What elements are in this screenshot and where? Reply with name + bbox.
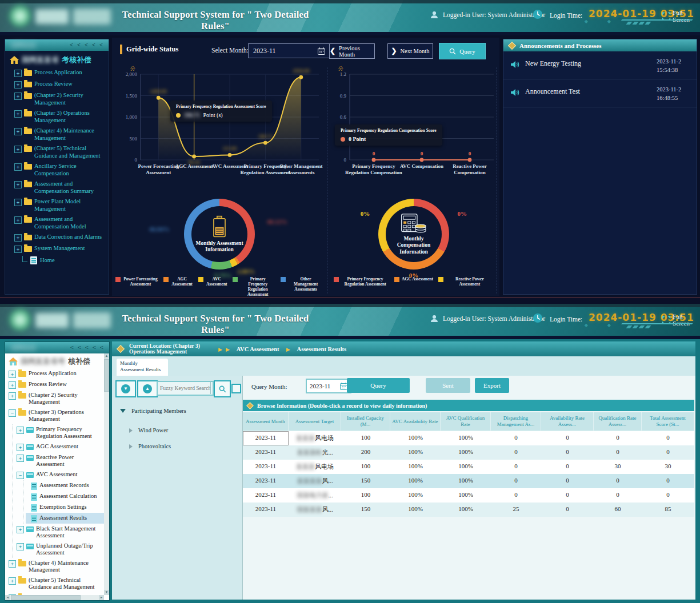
table-header-cell[interactable]: Qualification Rate Assess... bbox=[594, 412, 642, 431]
table-header-cell[interactable]: Installed Capacity (M... bbox=[341, 412, 390, 431]
next-month-button[interactable]: ❯ Next Month bbox=[387, 43, 433, 59]
sidebar-item[interactable]: +Black Start Management Assessment bbox=[15, 524, 104, 541]
table-header-cell[interactable]: AVC Availability Rate bbox=[390, 412, 441, 431]
expand-icon[interactable]: + bbox=[14, 81, 22, 89]
expand-icon[interactable]: + bbox=[14, 216, 22, 224]
expand-icon[interactable]: + bbox=[9, 577, 16, 585]
members-root-node[interactable]: Participating Members bbox=[120, 408, 186, 414]
expand-icon[interactable]: + bbox=[14, 146, 22, 153]
tab-monthly-assessment-results[interactable]: Monthly Assessment Results bbox=[117, 359, 168, 376]
sent-button[interactable]: Sent bbox=[426, 378, 470, 393]
collapse-icon[interactable]: − bbox=[9, 409, 16, 417]
sidebar-item[interactable]: +Assessment and Compensation Model bbox=[5, 214, 109, 232]
table-row[interactable]: 2023-11国某某某风...150100%100%2506085 bbox=[243, 502, 694, 517]
table-header-cell[interactable]: Availability Rate Assess... bbox=[541, 412, 594, 431]
expand-icon[interactable]: + bbox=[9, 560, 16, 568]
members-node-pv[interactable]: Photovoltaics bbox=[129, 443, 171, 449]
legend-item[interactable]: AGC Assessment bbox=[163, 276, 193, 287]
legend-item[interactable]: Primary Frequency Regulation Assessment bbox=[334, 276, 389, 287]
table-header-cell[interactable]: AVC Qualification Rate bbox=[441, 412, 491, 431]
sidebar-item[interactable]: +(Chapter 2) Security Management bbox=[5, 90, 109, 108]
sidebar-item[interactable]: Assessment Results bbox=[26, 513, 104, 524]
expand-icon[interactable]: + bbox=[14, 70, 22, 77]
sidebar-item[interactable]: Assessment Records bbox=[26, 480, 104, 491]
fuzzy-search-input[interactable] bbox=[157, 381, 214, 396]
sidebar-item[interactable]: +Unplanned Outage/Trip Assessment bbox=[15, 541, 104, 558]
vertical-scrollbar[interactable]: ▲ ▼ bbox=[104, 353, 109, 595]
query-button[interactable]: Query bbox=[439, 43, 486, 59]
expand-icon[interactable]: + bbox=[14, 163, 22, 171]
query-month-picker[interactable]: 2023-11 bbox=[306, 379, 351, 393]
sidebar-item[interactable]: Exemption Settings bbox=[26, 502, 104, 513]
expand-icon[interactable]: + bbox=[9, 392, 16, 400]
expand-icon[interactable]: + bbox=[14, 93, 22, 100]
sidebar-root-node[interactable]: 国网某某省 考核补偿 bbox=[5, 51, 109, 67]
sidebar-item[interactable]: +Data Correction and Alarms bbox=[5, 232, 109, 243]
triangle-right-icon[interactable] bbox=[129, 428, 133, 433]
query-button[interactable]: Query bbox=[347, 378, 410, 393]
sidebar-item-home[interactable]: Home bbox=[5, 255, 109, 266]
sidebar-item[interactable]: +AGC Assessment bbox=[15, 441, 104, 452]
sidebar-item[interactable]: +(Chapter 5) Technical Guidance and Mana… bbox=[5, 575, 104, 592]
expand-icon[interactable]: + bbox=[14, 110, 22, 118]
members-node-wind[interactable]: Wind Power bbox=[129, 427, 168, 433]
announcement-item[interactable]: Announcement Test 2023-11-2 16:48:55 bbox=[503, 79, 697, 107]
table-row[interactable]: 2023-11国某电力某...100100%100%0000 bbox=[243, 488, 694, 502]
table-header-cell[interactable]: Assessment Target bbox=[289, 412, 341, 431]
expand-icon[interactable]: + bbox=[9, 381, 16, 389]
legend-item[interactable]: Reactive Power Assessment bbox=[438, 276, 494, 287]
sidebar-item[interactable]: +Reactive Power Assessment bbox=[15, 452, 104, 469]
announcement-item[interactable]: New Energy Testing 2023-11-2 15:54:38 bbox=[503, 51, 697, 79]
table-row[interactable]: 2023-11某某某风电场100100%100%003030 bbox=[243, 460, 694, 474]
collapse-chevrons-icon[interactable]: < < < < < bbox=[70, 344, 105, 351]
expand-icon[interactable]: + bbox=[17, 455, 24, 462]
sidebar-item[interactable]: +Primary Frequency Regulation Assessment bbox=[15, 424, 104, 441]
expand-icon[interactable]: + bbox=[17, 543, 24, 550]
sidebar-root-node[interactable]: 国网某某省考 核补偿 bbox=[5, 353, 104, 368]
sidebar-item[interactable]: +Assessment and Compensation Summary bbox=[5, 179, 109, 196]
legend-item[interactable]: Power Forecasting Assessment bbox=[115, 276, 158, 287]
expand-icon[interactable]: + bbox=[14, 199, 22, 206]
sidebar-item[interactable]: +(Chapter 4) Maintenance Management bbox=[5, 558, 104, 575]
breadcrumb-item[interactable]: AVC Assessment bbox=[237, 346, 279, 352]
sidebar-item[interactable]: +Process Application bbox=[5, 67, 109, 79]
table-header-cell[interactable]: Dispatching Management As... bbox=[491, 412, 541, 431]
sidebar-item[interactable]: +(Chapter 5) Technical Guidance and Mana… bbox=[5, 143, 109, 161]
sidebar-item[interactable]: +(Chapter 2) Security Management bbox=[5, 390, 104, 407]
table-row[interactable]: 2023-11某某某风电场100100%100%0000 bbox=[243, 431, 694, 445]
triangle-right-icon[interactable] bbox=[129, 444, 133, 449]
collapse-all-button[interactable]: ▼ bbox=[115, 380, 136, 397]
sidebar-item[interactable]: +Process Review bbox=[5, 379, 104, 390]
sidebar-item[interactable]: +Process Application bbox=[5, 368, 104, 379]
sidebar-item[interactable]: +(Chapter 4) Maintenance Management bbox=[5, 126, 109, 143]
horizontal-scrollbar[interactable]: ◂ ▸ bbox=[5, 595, 104, 600]
sidebar-item[interactable]: +(Chapter 3) Operations Management bbox=[5, 108, 109, 126]
expand-icon[interactable]: + bbox=[17, 526, 24, 533]
sidebar-item[interactable]: +Process Review bbox=[5, 79, 109, 90]
sidebar-item[interactable]: +Ancillary Service Compensation bbox=[5, 161, 109, 179]
expand-icon[interactable]: + bbox=[17, 444, 24, 451]
legend-item[interactable]: Other Management Assessments bbox=[281, 276, 323, 292]
expand-icon[interactable]: + bbox=[14, 181, 22, 188]
collapse-chevrons-icon[interactable]: < < < < < bbox=[70, 41, 104, 48]
expand-icon[interactable]: + bbox=[14, 128, 22, 135]
expand-all-button[interactable]: ▲ bbox=[137, 380, 158, 397]
legend-item[interactable]: Primary Frequency Regulation Assessment bbox=[233, 276, 275, 297]
expand-icon[interactable]: + bbox=[17, 427, 24, 434]
table-header-cell[interactable]: Assessment Month bbox=[243, 412, 289, 431]
month-picker[interactable]: 2023-11 bbox=[248, 43, 330, 58]
collapse-icon[interactable]: − bbox=[17, 472, 24, 479]
table-row[interactable]: 2023-11某某某机光...200100%100%0000 bbox=[243, 445, 694, 460]
breadcrumb-item[interactable]: Assessment Results bbox=[297, 346, 347, 352]
export-button[interactable]: Export bbox=[475, 378, 509, 393]
sidebar-item[interactable]: +Power Plant Model Management bbox=[5, 196, 109, 214]
table-row[interactable]: 2023-11某某某某风...150100%100%0000 bbox=[243, 474, 694, 488]
expand-icon[interactable]: + bbox=[14, 246, 22, 253]
sidebar-item[interactable]: +System Management bbox=[5, 243, 109, 255]
previous-month-button[interactable]: ❮ Previous Month bbox=[329, 43, 375, 59]
sidebar-item[interactable]: Assessment Calculation bbox=[26, 491, 104, 502]
filter-checkbox[interactable] bbox=[231, 384, 241, 393]
sidebar-item[interactable]: −AVC Assessment bbox=[15, 469, 104, 480]
sidebar-item[interactable]: −(Chapter 3) Operations Management bbox=[5, 407, 104, 424]
triangle-down-icon[interactable] bbox=[120, 409, 126, 413]
